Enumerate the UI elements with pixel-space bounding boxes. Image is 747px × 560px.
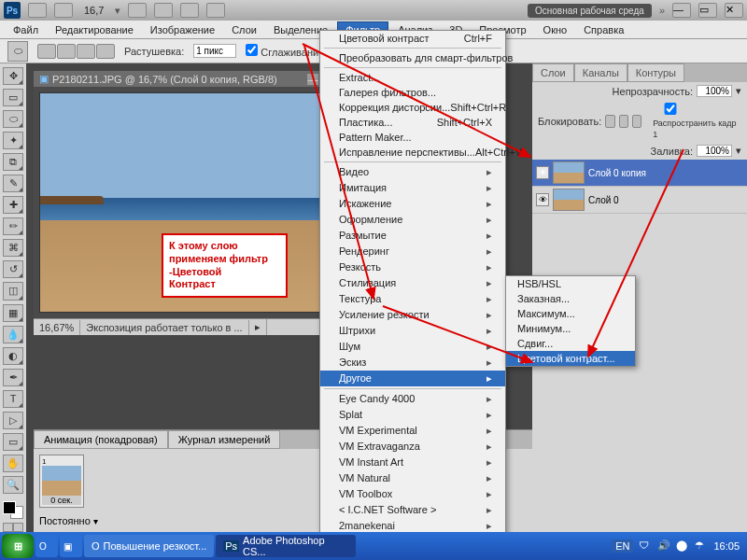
layer-row[interactable]: 👁Слой 0 копия [532, 160, 747, 187]
wand-tool[interactable]: ✦ [3, 132, 23, 149]
path-tool[interactable]: ▷ [3, 412, 23, 429]
lock-all[interactable] [632, 115, 641, 128]
shape-tool[interactable]: ▭ [3, 433, 23, 451]
menu-item[interactable]: Резкость [320, 259, 505, 275]
menu-item[interactable]: Эскиз [320, 355, 505, 371]
menu-item[interactable]: VM Instant Art [320, 455, 505, 470]
minimize-button[interactable]: — [672, 3, 691, 18]
stamp-tool[interactable]: ⌘ [3, 239, 23, 257]
marquee-tool[interactable]: ▭ [3, 89, 23, 106]
menu-item[interactable]: VM Experimental [320, 423, 505, 439]
menu-item[interactable]: Другое [320, 371, 505, 386]
menu-item[interactable]: < I.C.NET Software > [320, 502, 505, 518]
heal-tool[interactable]: ✚ [3, 196, 23, 214]
crop-tool[interactable]: ⧉ [3, 153, 23, 171]
menu-item[interactable]: VM Extravaganza [320, 439, 505, 455]
submenu-item[interactable]: Минимум... [506, 321, 635, 336]
menu-item[interactable]: Стилизация [320, 275, 505, 291]
menu-item[interactable]: Оформление [320, 212, 505, 228]
gradient-tool[interactable]: ▦ [3, 304, 23, 322]
close-button[interactable]: ✕ [725, 3, 743, 18]
submenu-item[interactable]: Заказная... [506, 291, 635, 306]
menu-item[interactable]: Преобразовать для смарт-фильтров [320, 50, 505, 65]
tab-Журнал измерений[interactable]: Журнал измерений [168, 430, 281, 449]
menu-item[interactable]: Цветовой контрастCtrl+F [320, 31, 505, 46]
hand-tool[interactable]: ✋ [3, 455, 23, 472]
sel-new[interactable] [37, 44, 56, 59]
menu-item[interactable]: Splat [320, 407, 505, 423]
task-1[interactable]: OПовышение резкост... [84, 535, 214, 557]
canvas[interactable]: К этому слоюприменяем фильтр-ЦветовойКон… [39, 92, 360, 313]
menu-item[interactable]: Eye Candy 4000 [320, 391, 505, 407]
start-button[interactable]: ⊞ [2, 534, 34, 558]
menu-item[interactable]: Коррекция дисторсии...Shift+Ctrl+R [320, 100, 505, 115]
zoom-button[interactable] [154, 3, 173, 18]
visibility-icon[interactable]: 👁 [536, 166, 549, 179]
submenu-item[interactable]: HSB/HSL [506, 276, 635, 291]
frame-1[interactable]: 1 0 сек. [39, 455, 84, 508]
brush-tool[interactable]: ✏ [3, 217, 23, 235]
menu-item[interactable]: Текстура [320, 291, 505, 307]
eyedropper-tool[interactable]: ✎ [3, 175, 23, 192]
menu-item[interactable]: Исправление перспективы...Alt+Ctrl+V [320, 145, 505, 160]
tray-icon[interactable]: 🛡 [639, 539, 652, 553]
bridge-button[interactable] [28, 3, 47, 18]
menu-item[interactable]: Рендеринг [320, 244, 505, 259]
menu-изображение[interactable]: Изображение [143, 22, 222, 37]
lasso-tool[interactable]: ⬭ [3, 110, 23, 128]
menu-item[interactable]: Видео [320, 164, 505, 180]
clock[interactable]: 16:05 [713, 540, 740, 552]
arrange-button[interactable] [206, 3, 225, 18]
dodge-tool[interactable]: ◐ [3, 347, 23, 365]
lang-indicator[interactable]: EN [612, 539, 633, 553]
tray-icon[interactable]: ☂ [695, 539, 708, 553]
zoom-readout[interactable]: 16,67% [34, 320, 80, 335]
visibility-icon[interactable]: 👁 [536, 193, 549, 206]
tab-Каналы[interactable]: Каналы [574, 63, 627, 82]
sel-sub[interactable] [77, 44, 95, 59]
history-brush-tool[interactable]: ↺ [3, 260, 23, 278]
menu-окно[interactable]: Окно [536, 22, 575, 37]
maximize-button[interactable]: ▭ [698, 3, 717, 18]
menu-item[interactable]: Extract... [320, 70, 505, 85]
feather-input[interactable] [193, 44, 236, 58]
antialias-check[interactable]: Сглаживание [246, 44, 324, 58]
blur-tool[interactable]: 💧 [3, 326, 23, 343]
quick-mask-toggle[interactable] [3, 523, 23, 532]
status-arrow[interactable]: ▸ [249, 319, 267, 335]
menu-item[interactable]: Размытие [320, 228, 505, 244]
sel-int[interactable] [96, 44, 115, 59]
lock-pixels[interactable] [605, 115, 614, 128]
menu-справка[interactable]: Справка [576, 22, 631, 37]
menu-редактирование[interactable]: Редактирование [48, 22, 141, 37]
sel-add[interactable] [57, 44, 76, 59]
tab-Слои[interactable]: Слои [532, 63, 574, 82]
submenu-item[interactable]: Максимум... [506, 306, 635, 321]
menu-item[interactable]: Pattern Maker... [320, 130, 505, 145]
move-tool[interactable]: ✥ [3, 67, 23, 85]
rotate-button[interactable] [180, 3, 199, 18]
fill-input[interactable] [697, 145, 732, 157]
type-tool[interactable]: T [3, 390, 23, 408]
submenu-item[interactable]: Сдвиг... [506, 336, 635, 351]
quicklaunch[interactable]: O [35, 535, 58, 557]
tray-icon[interactable]: 🔊 [657, 539, 670, 553]
menu-item[interactable]: Имитация [320, 180, 505, 196]
hand-button[interactable] [128, 3, 147, 18]
zoom-tool[interactable]: 🔍 [3, 476, 23, 494]
layer-row[interactable]: 👁Слой 0 [532, 187, 747, 214]
menu-файл[interactable]: Файл [6, 22, 46, 37]
tab-Контуры[interactable]: Контуры [627, 63, 684, 82]
eraser-tool[interactable]: ◫ [3, 282, 23, 300]
tray-icon[interactable]: ⬤ [676, 539, 689, 553]
task-2[interactable]: PsAdobe Photoshop CS... [216, 535, 356, 557]
menu-item[interactable]: Искажение [320, 196, 505, 212]
menu-item[interactable]: Штрихи [320, 323, 505, 339]
spread-check[interactable]: Распространить кадр 1 [653, 103, 741, 139]
lasso-tool-icon[interactable]: ⬭ [7, 41, 28, 62]
opacity-input[interactable] [697, 85, 732, 97]
menu-слои[interactable]: Слои [224, 22, 264, 37]
screen-mode-button[interactable] [54, 3, 73, 18]
system-tray[interactable]: EN 🛡 🔊 ⬤ ☂ 16:05 [612, 539, 745, 553]
quicklaunch[interactable]: ▣ [60, 535, 82, 557]
